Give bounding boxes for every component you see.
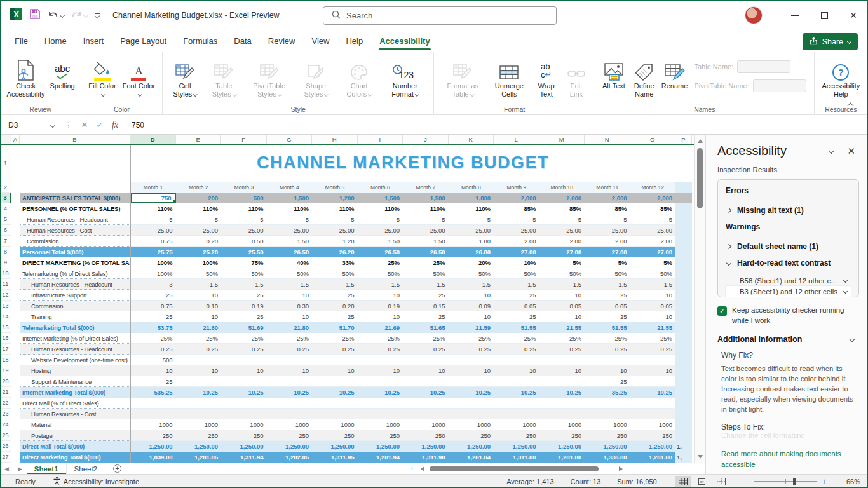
scroll-right-icon[interactable] <box>619 466 623 471</box>
cell[interactable]: 21.60 <box>176 322 222 333</box>
row-header-18[interactable]: 18 <box>0 355 11 365</box>
cell[interactable] <box>675 311 692 322</box>
cell[interactable]: 1,250.00 <box>585 441 630 452</box>
cell[interactable] <box>403 376 449 387</box>
cell[interactable]: 50% <box>312 268 358 279</box>
cell[interactable]: 25.20 <box>176 247 222 257</box>
cell[interactable]: 250 <box>267 430 313 441</box>
next-sheet-icon[interactable]: ▶ <box>13 466 27 472</box>
cell[interactable]: 0.25 <box>585 344 630 355</box>
row-label[interactable]: Human Resources - Headcount <box>20 344 130 355</box>
column-header-D[interactable]: D <box>130 135 176 144</box>
cell[interactable]: 10.25 <box>630 387 676 398</box>
row-header-19[interactable]: 19 <box>0 365 11 376</box>
cell[interactable]: 25% <box>585 333 630 344</box>
month-header-cell[interactable]: Month 9 <box>494 182 539 193</box>
cell[interactable]: 25% <box>449 333 494 344</box>
cell[interactable] <box>312 355 358 365</box>
cell[interactable]: 5 <box>358 214 403 225</box>
column-header-I[interactable]: I <box>358 135 403 144</box>
row-header-21[interactable]: 21 <box>0 387 11 398</box>
menu-tab-help[interactable]: Help <box>337 32 371 51</box>
cell[interactable]: 51.69 <box>221 322 267 333</box>
cell[interactable]: 1,311.95 <box>312 452 358 463</box>
row-header-12[interactable]: 12 <box>0 290 11 301</box>
cell[interactable] <box>267 398 313 409</box>
cell[interactable]: 25 <box>312 311 358 322</box>
cell[interactable]: 200 <box>176 193 222 203</box>
additional-information-section[interactable]: Additional Information <box>717 335 859 344</box>
cell[interactable] <box>449 376 494 387</box>
cell[interactable]: 25 <box>494 290 539 301</box>
cell[interactable]: 0.30 <box>267 301 313 311</box>
cell[interactable]: 1.5 <box>449 279 494 290</box>
cell[interactable]: 5% <box>585 257 630 268</box>
cell[interactable]: 1000 <box>312 419 358 430</box>
cell[interactable]: 10% <box>494 257 539 268</box>
cell[interactable] <box>11 398 20 409</box>
row-header-7[interactable]: 7 <box>0 236 11 247</box>
cell[interactable]: 10 <box>176 311 222 322</box>
cell[interactable] <box>11 268 20 279</box>
cell[interactable]: 1,311.80 <box>494 452 539 463</box>
cell[interactable]: 1, <box>675 441 692 452</box>
cell[interactable]: 10 <box>358 365 403 376</box>
cell[interactable]: 1,500 <box>267 193 313 203</box>
month-header-cell[interactable]: Month 1 <box>130 182 176 193</box>
row-label[interactable]: Human Resources - Headcount <box>20 279 130 290</box>
column-header-B[interactable]: B <box>20 135 130 144</box>
cell[interactable]: 10 <box>267 365 313 376</box>
vertical-scrollbar[interactable] <box>694 135 705 463</box>
zoom-slider[interactable] <box>754 481 817 482</box>
menu-tab-home[interactable]: Home <box>36 32 75 51</box>
cell[interactable] <box>585 355 630 365</box>
select-all-corner[interactable] <box>0 135 11 144</box>
cell[interactable]: 25.75 <box>130 247 176 257</box>
cell[interactable]: 0.05 <box>585 301 630 311</box>
cell[interactable]: 1000 <box>221 419 267 430</box>
cell[interactable]: 0.75 <box>130 236 176 247</box>
cell[interactable]: 5 <box>539 214 585 225</box>
cell[interactable] <box>494 398 539 409</box>
row-label[interactable]: Training <box>20 311 130 322</box>
contrast-item[interactable]: B3 (Sheet1) and 12 other cells <box>726 286 851 297</box>
cell[interactable]: 1000 <box>267 419 313 430</box>
row-header-9[interactable]: 9 <box>0 257 11 268</box>
cell[interactable] <box>675 268 692 279</box>
cell[interactable]: 1.50 <box>358 236 403 247</box>
cell[interactable]: 25.00 <box>130 225 176 236</box>
cell[interactable]: 1,250.00 <box>312 441 358 452</box>
redo-button[interactable] <box>71 11 88 20</box>
scroll-left-icon[interactable] <box>421 466 424 471</box>
cell[interactable]: 25 <box>221 311 267 322</box>
count-stat[interactable]: Count: 13 <box>571 478 601 485</box>
cell[interactable]: 1,336.80 <box>585 452 630 463</box>
cell[interactable] <box>494 409 539 419</box>
warning-default-sheet-name[interactable]: Default sheet name (1) <box>727 242 852 251</box>
cell[interactable]: 1,311.90 <box>403 452 449 463</box>
row-label[interactable]: Direct Marketing Total $(000) <box>20 452 130 463</box>
cell[interactable]: 10 <box>630 290 676 301</box>
cell[interactable]: 25% <box>358 257 403 268</box>
horizontal-scrollbar[interactable] <box>421 463 624 475</box>
accessibility-help-button[interactable]: ?Accessibility Help <box>818 55 864 100</box>
cell[interactable]: 1000 <box>585 419 630 430</box>
cell[interactable] <box>675 257 692 268</box>
cell[interactable]: 51.70 <box>312 322 358 333</box>
cell[interactable]: 0.20 <box>312 301 358 311</box>
cell[interactable]: 25.00 <box>449 225 494 236</box>
cell[interactable] <box>539 409 585 419</box>
row-header-2[interactable]: 2 <box>0 182 11 193</box>
cell[interactable] <box>11 387 20 398</box>
cell[interactable]: 5 <box>312 214 358 225</box>
cell[interactable] <box>11 441 20 452</box>
cell[interactable]: 1,250.00 <box>358 441 403 452</box>
cell[interactable]: 1,250.00 <box>130 441 176 452</box>
undo-button[interactable] <box>48 11 64 20</box>
cell-styles-button[interactable]: Cell Styles <box>166 55 203 100</box>
user-avatar[interactable] <box>745 6 763 24</box>
font-color-button[interactable]: AFont Color <box>119 55 158 100</box>
cell[interactable]: 110% <box>403 203 449 214</box>
vertical-scroll-thumb[interactable] <box>697 148 703 208</box>
cell[interactable] <box>675 355 692 365</box>
